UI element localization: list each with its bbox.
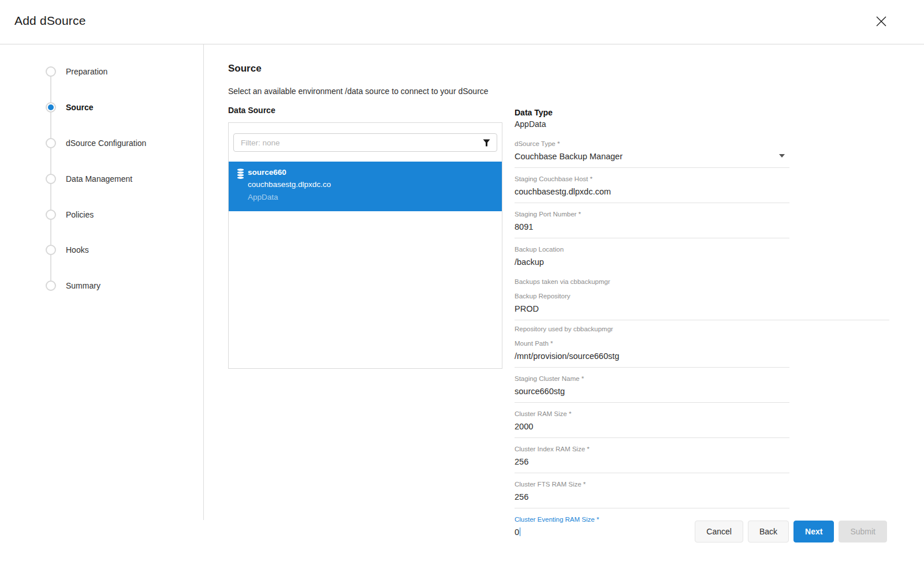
page-subtitle: Select an available environment /data so… <box>228 87 503 96</box>
field-staging-port-number: Staging Port Number * 8091 <box>515 210 789 238</box>
step-label: Hooks <box>66 245 89 255</box>
field-divider <box>515 320 889 320</box>
step-label: dSource Configuration <box>66 139 146 148</box>
field-label: dSource Type * <box>515 140 789 148</box>
backup-repository-input[interactable]: PROD <box>515 304 789 315</box>
field-label: Staging Couchbase Host * <box>515 175 789 183</box>
field-cluster-index-ram-size: Cluster Index RAM Size * 256 <box>515 445 789 473</box>
cluster-index-ram-size-input[interactable]: 256 <box>515 457 789 467</box>
field-label: Staging Cluster Name * <box>515 375 789 383</box>
step-circle <box>46 66 56 77</box>
data-source-label: Data Source <box>228 106 503 115</box>
field-backup-location: Backup Location /backup <box>515 245 789 273</box>
step-label: Source <box>66 103 93 112</box>
staging-port-input[interactable]: 8091 <box>515 222 789 233</box>
source-item-host: couchbasestg.dlpxdc.co <box>248 178 494 191</box>
step-data-management[interactable]: Data Management <box>0 173 204 186</box>
step-policies[interactable]: Policies <box>0 208 204 222</box>
step-circle <box>46 280 56 291</box>
step-circle <box>46 174 56 184</box>
field-helper-text: Backups taken via cbbackupmgr <box>515 278 789 286</box>
wizard-stepper: Preparation Source dSource Configuration… <box>0 44 204 520</box>
footer-actions: Cancel Back Next Submit <box>695 521 887 542</box>
cluster-fts-ram-size-input[interactable]: 256 <box>515 492 789 503</box>
step-circle-active <box>46 102 56 113</box>
step-label: Preparation <box>66 67 107 76</box>
staging-cluster-name-input[interactable]: source660stg <box>515 386 789 397</box>
field-staging-cluster-name: Staging Cluster Name * source660stg <box>515 375 789 403</box>
step-label: Policies <box>66 210 94 219</box>
filter-funnel-icon[interactable] <box>483 139 490 149</box>
field-label: Backup Location <box>515 245 789 253</box>
close-button[interactable] <box>874 15 888 29</box>
next-button[interactable]: Next <box>793 521 834 542</box>
page-title: Source <box>228 63 503 74</box>
data-source-item-selected[interactable]: source660 couchbasestg.dlpxdc.co AppData <box>229 162 502 211</box>
source-details-form: Data Type AppData dSource Type * Couchba… <box>515 44 789 550</box>
data-type-value: AppData <box>515 119 789 130</box>
field-dsource-type: dSource Type * Couchbase Backup Manager <box>515 140 789 168</box>
field-helper-text: Repository used by cbbackupmgr <box>515 325 789 333</box>
source-step-content: Source Select an available environment /… <box>228 44 503 369</box>
field-label: Staging Port Number * <box>515 210 789 218</box>
field-label: Backup Repository <box>515 292 789 300</box>
field-label: Mount Path * <box>515 339 789 347</box>
step-source[interactable]: Source <box>0 101 204 115</box>
submit-button[interactable]: Submit <box>839 521 887 542</box>
field-staging-couchbase-host: Staging Couchbase Host * couchbasestg.dl… <box>515 175 789 203</box>
step-hooks[interactable]: Hooks <box>0 244 204 257</box>
field-cluster-ram-size: Cluster RAM Size * 2000 <box>515 410 789 438</box>
chevron-down-icon[interactable] <box>779 154 785 158</box>
text-cursor <box>520 527 520 536</box>
step-dsource-configuration[interactable]: dSource Configuration <box>0 137 204 151</box>
backup-location-input[interactable]: /backup <box>515 257 789 268</box>
field-label: Cluster Index RAM Size * <box>515 445 789 453</box>
dsource-type-select[interactable]: Couchbase Backup Manager <box>515 151 789 162</box>
data-source-panel: source660 couchbasestg.dlpxdc.co AppData <box>228 122 502 369</box>
source-item-name: source660 <box>248 166 494 178</box>
step-preparation[interactable]: Preparation <box>0 65 204 79</box>
field-mount-path: Mount Path * /mnt/provision/source660stg <box>515 339 789 368</box>
mount-path-input[interactable]: /mnt/provision/source660stg <box>515 351 789 362</box>
step-circle <box>46 138 56 148</box>
dialog-header: Add dSource <box>0 0 924 44</box>
step-label: Data Management <box>66 174 132 184</box>
cancel-button[interactable]: Cancel <box>695 521 743 542</box>
step-circle <box>46 209 56 220</box>
dialog-title: Add dSource <box>14 14 86 28</box>
filter-bar <box>233 133 497 152</box>
data-type-label: Data Type <box>515 108 789 118</box>
cluster-ram-size-input[interactable]: 2000 <box>515 421 789 432</box>
source-item-data-type: AppData <box>248 191 494 204</box>
back-button[interactable]: Back <box>748 521 789 542</box>
staging-host-input[interactable]: couchbasestg.dlpxdc.com <box>515 186 789 197</box>
field-backup-repository: Backup Repository PROD <box>515 292 789 320</box>
field-label: Cluster RAM Size * <box>515 410 789 418</box>
database-icon <box>237 169 244 181</box>
close-icon <box>875 21 888 29</box>
filter-input[interactable] <box>233 133 497 152</box>
field-list: dSource Type * Couchbase Backup Manager … <box>515 140 789 543</box>
step-summary[interactable]: Summary <box>0 279 204 293</box>
step-label: Summary <box>66 281 100 290</box>
field-label: Cluster FTS RAM Size * <box>515 480 789 488</box>
field-cluster-fts-ram-size: Cluster FTS RAM Size * 256 <box>515 480 789 508</box>
step-circle <box>46 245 56 255</box>
